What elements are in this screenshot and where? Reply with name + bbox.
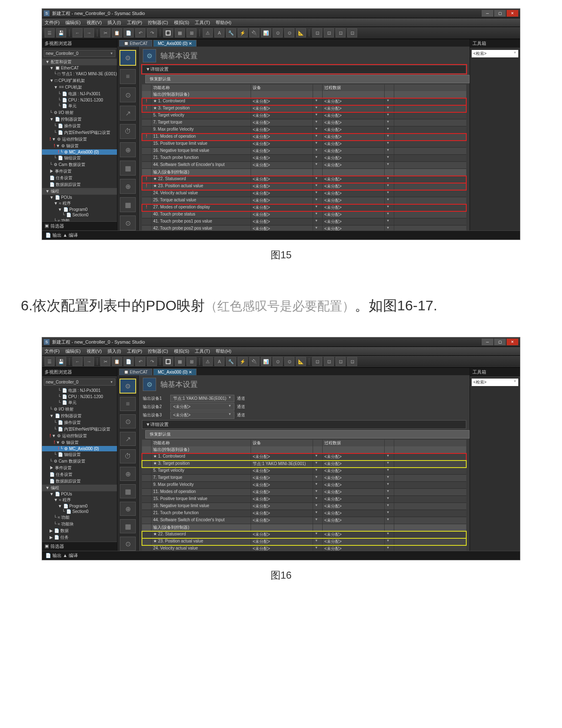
vtool-button[interactable]: ↗: [120, 106, 136, 121]
table-row[interactable]: ! ★ 3. Target position <未分配>▼ <未分配>▼: [142, 105, 466, 112]
menu-item[interactable]: 模拟(S): [174, 348, 189, 354]
toolbar-button[interactable]: ⊡: [336, 28, 346, 37]
vtool-button[interactable]: ⏱: [120, 449, 136, 463]
toolbar-button[interactable]: ☰: [45, 28, 55, 37]
toolbar-button[interactable]: 🔌: [249, 28, 259, 37]
toolbar-button[interactable]: ⊡: [324, 357, 334, 366]
table-row[interactable]: 21. Touch probe function <未分配>▼ <未分配>▼: [142, 155, 466, 162]
toolbar-button[interactable]: ⊙: [284, 28, 294, 37]
tree-item[interactable]: └ ≈ 功能: [42, 218, 117, 221]
tree-item[interactable]: └ 📄 电源 : NJ-Px3001: [42, 91, 117, 97]
tree-item[interactable]: └ 📄 CPU : NJ301-1200: [42, 394, 117, 399]
toolbar-button[interactable]: ⚡: [238, 28, 248, 37]
tree-item[interactable]: ▼ ≈ 程序: [42, 497, 117, 503]
table-row[interactable]: ★ 23. Position actual value <未分配>▼ <未分配>…: [142, 538, 466, 545]
menu-item[interactable]: 视图(V): [87, 20, 102, 26]
table-row[interactable]: 5. Target velocity <未分配>▼ <未分配>▼: [142, 468, 466, 475]
menu-item[interactable]: 插入(I): [107, 348, 121, 354]
output-bar[interactable]: 📄 输出 ▲ 编译: [42, 230, 520, 240]
toolbar-button[interactable]: ⊡: [336, 357, 346, 366]
tree-item[interactable]: ▼ == CPU机架: [42, 84, 117, 91]
toolbar-button[interactable]: 🔌: [249, 357, 259, 366]
tree-item[interactable]: 📄 数据跟踪设置: [42, 181, 117, 188]
table-row[interactable]: 21. Touch probe function <未分配>▼ <未分配>▼: [142, 510, 466, 517]
toolbar-button[interactable]: ←: [72, 357, 82, 366]
filter-bar[interactable]: ▣ 筛选器: [42, 542, 117, 551]
menu-item[interactable]: 控制器(C): [148, 348, 168, 354]
tree-item[interactable]: └ ⚙ I/O 映射: [42, 406, 117, 413]
tree-item[interactable]: !└ ⚙ MC_Axis000 (0): [42, 446, 117, 451]
minimize-button[interactable]: ─: [482, 339, 493, 345]
toolbar-button[interactable]: ⊙: [273, 28, 283, 37]
menu-item[interactable]: 帮助(H): [216, 20, 231, 26]
tree-item[interactable]: ▼ ≈ 程序: [42, 200, 117, 207]
toolbar-button[interactable]: 📊: [261, 28, 271, 37]
vtool-button[interactable]: ⊕: [120, 502, 136, 516]
vtool-button[interactable]: ⊕: [120, 142, 136, 157]
vtool-button[interactable]: ⏱: [120, 124, 136, 139]
toolbar-button[interactable]: ⊙: [284, 357, 294, 366]
menu-item[interactable]: 模拟(S): [174, 20, 189, 26]
tree-item[interactable]: └ 📄 单元: [42, 399, 117, 406]
vtool-button[interactable]: ⊙: [120, 87, 136, 102]
vtool-button[interactable]: ⊙: [120, 215, 136, 230]
vtool-button[interactable]: ≡: [120, 69, 136, 84]
tree-item[interactable]: └ ⚙ I/O 映射: [42, 109, 117, 116]
toolbar-button[interactable]: ⊡: [347, 357, 357, 366]
table-row[interactable]: ! ★ 23. Position actual value <未分配>▼ <未分…: [142, 183, 466, 190]
search-input[interactable]: <检索>▼: [472, 379, 518, 386]
toolbar-button[interactable]: ←: [72, 28, 82, 37]
tree-item[interactable]: ▼ 📄 Program0: [42, 207, 117, 212]
tree-item[interactable]: ▼ 配置和设置: [42, 59, 117, 65]
tree-item[interactable]: └ 📄 电源 : NJ-Px3001: [42, 387, 117, 394]
table-row[interactable]: ! 11. Modes of operation <未分配>▼ <未分配>▼: [142, 134, 466, 141]
tree-item[interactable]: ▶ 事件设置: [42, 168, 117, 175]
vtool-button[interactable]: ⊙: [120, 537, 136, 551]
device-dropdown[interactable]: <未分配>▼: [170, 411, 234, 419]
toolbar-button[interactable]: 📊: [261, 357, 271, 366]
table-row[interactable]: 41. Touch probe pos1 pos value <未分配>▼ <未…: [142, 218, 466, 225]
close-button[interactable]: ✕: [507, 339, 518, 345]
tree-item[interactable]: ▼ 编程: [42, 188, 117, 195]
tree-item[interactable]: └ ⚙ Cam 数据设置: [42, 161, 117, 168]
tab-ethercat[interactable]: 🔲 EtherCAT: [119, 369, 152, 375]
toolbar-button[interactable]: 📐: [296, 357, 306, 366]
menu-item[interactable]: 工程(P): [127, 348, 142, 354]
table-row[interactable]: 42. Touch probe pos2 pos value <未分配>▼ <未…: [142, 225, 466, 230]
tree-item[interactable]: └ 📄 CPU : NJ301-1200: [42, 97, 117, 103]
table-row[interactable]: 7. Target torque <未分配>▼ <未分配>▼: [142, 475, 466, 482]
toolbar-button[interactable]: ✂: [100, 357, 110, 366]
tree-item[interactable]: ▼ 🔲 EtherCAT: [42, 65, 117, 71]
table-row[interactable]: 44. Software Switch of Encoder's Input <…: [142, 517, 466, 524]
menu-item[interactable]: 编辑(E): [65, 348, 81, 354]
vtool-button[interactable]: ▦: [120, 484, 136, 498]
vtool-button[interactable]: ≡: [120, 397, 136, 411]
menu-item[interactable]: 帮助(H): [216, 348, 231, 354]
toolbar-button[interactable]: ↶: [135, 357, 145, 366]
menu-item[interactable]: 文件(F): [45, 20, 60, 26]
table-row[interactable]: ! 27. Modes of operation display <未分配>▼ …: [142, 204, 466, 211]
tree-item[interactable]: └ 📄 单元: [42, 103, 117, 109]
vtool-button[interactable]: ⚙: [119, 379, 136, 394]
vtool-button[interactable]: ↗: [120, 432, 136, 446]
toolbar-button[interactable]: 💾: [56, 357, 66, 366]
table-row[interactable]: 24. Velocity actual value <未分配>▼ <未分配>▼: [142, 545, 466, 551]
table-row[interactable]: 9. Max profile Velocity <未分配>▼ <未分配>▼: [142, 126, 466, 134]
project-tree[interactable]: ▼ 配置和设置▼ 🔲 EtherCAT└ □ 节点1 : YAKO MINI-3…: [42, 59, 117, 221]
filter-bar[interactable]: ▣ 筛选器: [42, 221, 117, 230]
toolbar-button[interactable]: A: [214, 357, 224, 366]
toolbar-button[interactable]: →: [84, 357, 94, 366]
toolbar-button[interactable]: ⚠: [203, 357, 213, 366]
table-row[interactable]: ★ 22. Statusword <未分配>▼ <未分配>▼: [142, 531, 466, 538]
tree-item[interactable]: 📄 任务设置: [42, 175, 117, 181]
menu-item[interactable]: 工具(T): [195, 348, 210, 354]
table-row[interactable]: 15. Positive torque limit value <未分配>▼ <…: [142, 141, 466, 148]
menu-item[interactable]: 文件(F): [45, 348, 60, 354]
vtool-button[interactable]: ▦: [120, 197, 136, 212]
tab-axis[interactable]: MC_Axis000 (0) ✕: [153, 40, 196, 47]
menu-item[interactable]: 工程(P): [127, 20, 142, 26]
close-button[interactable]: ✕: [507, 10, 518, 17]
table-row[interactable]: 11. Modes of operation <未分配>▼ <未分配>▼: [142, 489, 466, 496]
tree-item[interactable]: └ ≈ 功能块: [42, 521, 117, 527]
table-row[interactable]: 5. Target velocity <未分配>▼ <未分配>▼: [142, 112, 466, 119]
